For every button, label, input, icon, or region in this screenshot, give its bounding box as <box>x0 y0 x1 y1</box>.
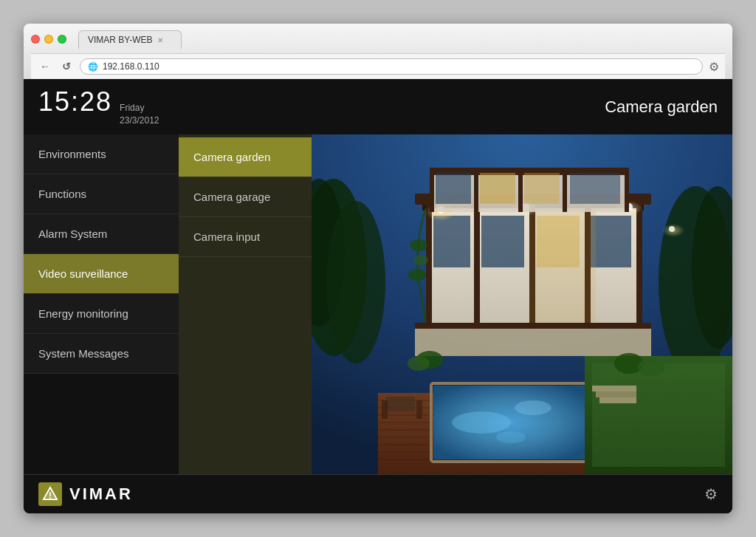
sidebar-item-video[interactable]: Video surveillance <box>24 254 179 294</box>
svg-point-69 <box>638 358 664 376</box>
sidebar-item-environments[interactable]: Environments <box>24 134 179 174</box>
svg-rect-13 <box>636 205 642 330</box>
svg-rect-42 <box>415 323 651 329</box>
date-label: 23/3/2012 <box>120 114 159 127</box>
svg-rect-34 <box>436 173 471 204</box>
browser-tab[interactable]: VIMAR BY-WEB ✕ <box>78 30 182 49</box>
url-input[interactable]: 🌐 192.168.0.110 <box>80 58 703 75</box>
camera-view-title: Camera garden <box>605 98 718 117</box>
camera-view <box>312 134 732 474</box>
svg-point-57 <box>496 431 526 443</box>
svg-point-56 <box>515 400 551 415</box>
camera-item-garage[interactable]: Camera garage <box>179 177 312 217</box>
svg-point-40 <box>408 269 426 281</box>
browser-controls: VIMAR BY-WEB ✕ <box>31 30 725 49</box>
url-text: 192.168.0.110 <box>103 61 159 72</box>
svg-rect-17 <box>591 216 631 267</box>
close-button[interactable] <box>31 35 40 44</box>
svg-rect-14 <box>433 216 470 267</box>
svg-point-55 <box>452 411 511 434</box>
time-display: 15:28 Friday 23/3/2012 <box>38 86 159 127</box>
svg-rect-30 <box>474 168 478 212</box>
svg-rect-64 <box>382 400 388 419</box>
svg-point-73 <box>49 497 51 499</box>
day-label: Friday <box>120 102 159 114</box>
svg-point-39 <box>413 255 428 265</box>
app-footer: VIMAR ⚙ <box>24 474 732 513</box>
svg-point-67 <box>408 356 430 371</box>
browser-titlebar: VIMAR BY-WEB ✕ ← ↺ 🌐 192.168.0.110 ⚙ <box>24 24 732 79</box>
sidebar: Environments Functions Alarm System Vide… <box>24 134 179 474</box>
globe-icon: 🌐 <box>88 62 98 72</box>
address-bar: ← ↺ 🌐 192.168.0.110 ⚙ <box>31 53 725 79</box>
browser-settings-icon[interactable]: ⚙ <box>709 60 719 74</box>
tab-close-button[interactable]: ✕ <box>157 36 163 44</box>
svg-rect-63 <box>385 397 415 411</box>
date-info: Friday 23/3/2012 <box>120 102 159 127</box>
svg-rect-62 <box>599 397 636 403</box>
tab-title: VIMAR BY-WEB <box>88 35 153 45</box>
camera-submenu: Camera garden Camera garage Camera input <box>179 134 312 474</box>
tab-bar: VIMAR BY-WEB ✕ <box>78 30 204 49</box>
svg-rect-59 <box>592 363 725 467</box>
camera-feed <box>312 134 732 474</box>
settings-gear-icon[interactable]: ⚙ <box>704 485 718 503</box>
minimize-button[interactable] <box>44 35 53 44</box>
sidebar-spacer <box>24 374 179 474</box>
svg-rect-35 <box>480 173 515 204</box>
vimar-brand-name: VIMAR <box>69 485 133 504</box>
camera-item-input[interactable]: Camera input <box>179 217 312 257</box>
svg-rect-18 <box>529 208 596 330</box>
clock-time: 15:28 <box>38 86 112 117</box>
maximize-button[interactable] <box>58 35 66 44</box>
sidebar-item-system[interactable]: System Messages <box>24 334 179 374</box>
refresh-button[interactable]: ↺ <box>59 59 74 74</box>
new-tab-area[interactable] <box>182 30 204 49</box>
svg-point-26 <box>669 226 675 232</box>
browser-window: VIMAR BY-WEB ✕ ← ↺ 🌐 192.168.0.110 ⚙ 15:… <box>24 24 732 513</box>
vimar-logo-box <box>38 482 62 506</box>
svg-point-38 <box>410 239 427 251</box>
back-button[interactable]: ← <box>37 59 53 74</box>
svg-rect-31 <box>518 168 523 212</box>
sidebar-item-energy[interactable]: Energy monitoring <box>24 294 179 334</box>
svg-rect-41 <box>415 326 651 356</box>
app-header: 15:28 Friday 23/3/2012 Camera garden <box>24 79 732 134</box>
svg-rect-36 <box>524 173 560 204</box>
app-main: Environments Functions Alarm System Vide… <box>24 134 732 474</box>
svg-rect-37 <box>570 173 620 204</box>
svg-rect-29 <box>430 168 434 212</box>
svg-rect-9 <box>426 205 432 330</box>
svg-rect-60 <box>592 386 636 391</box>
sidebar-item-alarm[interactable]: Alarm System <box>24 214 179 254</box>
svg-rect-15 <box>481 216 524 267</box>
svg-rect-10 <box>474 205 480 330</box>
svg-point-3 <box>326 201 385 363</box>
svg-rect-32 <box>563 168 567 212</box>
camera-item-garden[interactable]: Camera garden <box>179 137 312 177</box>
svg-rect-65 <box>416 400 422 419</box>
sidebar-item-functions[interactable]: Functions <box>24 174 179 214</box>
svg-rect-33 <box>625 168 629 212</box>
vimar-brand: VIMAR <box>38 482 133 506</box>
app-container: 15:28 Friday 23/3/2012 Camera garden Env… <box>24 79 732 513</box>
vimar-logo-icon <box>42 486 58 502</box>
svg-rect-61 <box>596 391 636 397</box>
